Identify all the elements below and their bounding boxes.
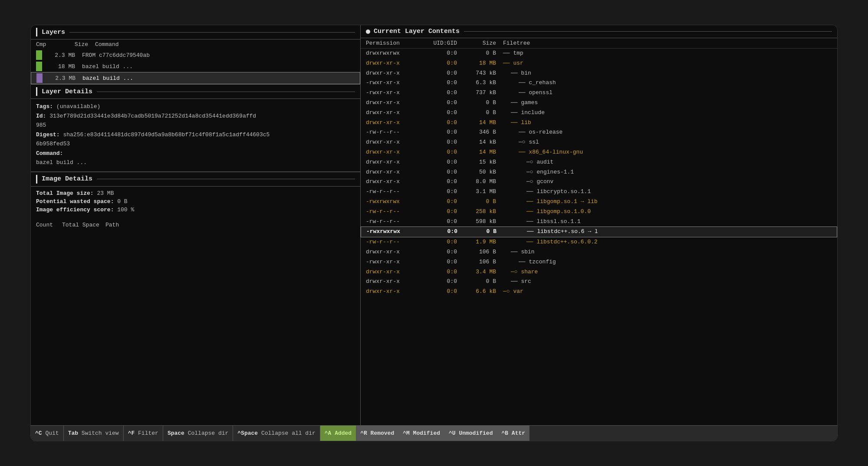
status-quit[interactable]: ^C Quit xyxy=(31,426,64,441)
ftree-9: ─○ ssl xyxy=(519,138,832,147)
perm-11: drwxr-xr-x xyxy=(366,158,418,167)
fsize-3: 6.3 kB xyxy=(457,79,496,88)
file-row-4[interactable]: -rwxr-xr-x0:0737 kB── openssl xyxy=(361,88,837,98)
file-row-14[interactable]: -rw-r--r--0:03.1 MB── libcrypto.so.1.1 xyxy=(361,187,837,197)
file-row-15[interactable]: -rwxrwxrwx0:00 B── libgomp.so.1 → lib xyxy=(361,197,837,207)
perm-13: drwxr-xr-x xyxy=(366,177,418,187)
collapse-dir-label: Collapse dir xyxy=(184,430,228,436)
terminal-window: Layers Cmp Size Command 2.3 MB FROM c77c… xyxy=(30,25,838,441)
uid-9: 0:0 xyxy=(418,138,457,147)
file-row-23[interactable]: drwxr-xr-x0:00 B── src xyxy=(361,277,837,287)
col-cmd-header: Command xyxy=(95,41,355,48)
file-row-9[interactable]: drwxr-xr-x0:014 kB─○ ssl xyxy=(361,138,837,148)
attr-label: ^B Attr xyxy=(501,430,525,436)
command-label-row: Command: xyxy=(36,149,355,158)
perm-17: -rw-r--r-- xyxy=(366,217,418,226)
uid-13: 0:0 xyxy=(418,177,457,187)
perm-24: drwxr-xr-x xyxy=(366,287,418,296)
status-collapse-dir[interactable]: Space Collapse dir xyxy=(163,426,233,441)
file-row-16[interactable]: -rw-r--r--0:0258 kB── libgomp.so.1.0.0 xyxy=(361,207,837,217)
uid-21: 0:0 xyxy=(418,258,457,267)
ftree-5: ── games xyxy=(511,98,832,108)
digest-suffix-row: 6b958fed53 xyxy=(36,140,355,148)
fsize-14: 3.1 MB xyxy=(457,187,496,197)
image-details-header: Image Details xyxy=(31,172,360,187)
ftree-24: ─○ var xyxy=(503,287,832,296)
file-row-24[interactable]: drwxr-xr-x0:06.6 kB─○ var xyxy=(361,287,837,297)
ftree-23: ── src xyxy=(511,277,832,286)
quit-key: ^C xyxy=(35,430,42,436)
status-switch-view[interactable]: Tab Switch view xyxy=(64,426,124,441)
layer-row-0[interactable]: 2.3 MB FROM c77c6ddc79540ab xyxy=(31,49,360,61)
file-row-5[interactable]: drwxr-xr-x0:00 B── games xyxy=(361,98,837,108)
uid-3: 0:0 xyxy=(418,79,457,88)
file-row-6[interactable]: drwxr-xr-x0:00 B── include xyxy=(361,108,837,118)
uid-12: 0:0 xyxy=(418,168,457,177)
layer-size-1: 18 MB xyxy=(45,63,75,70)
tags-label: Tags: xyxy=(36,103,53,110)
file-row-0[interactable]: drwxrwxrwx0:00 B── tmp xyxy=(361,49,837,59)
file-row-21[interactable]: -rwxr-xr-x0:0106 B── tzconfig xyxy=(361,257,837,267)
file-row-12[interactable]: drwxr-xr-x0:050 kB─○ engines-1.1 xyxy=(361,167,837,177)
file-row-1[interactable]: drwxr-xr-x0:018 MB── usr xyxy=(361,59,837,69)
uid-16: 0:0 xyxy=(418,207,457,217)
uid-17: 0:0 xyxy=(418,217,457,226)
layer-color-0 xyxy=(36,50,42,60)
layer-details-section: Layer Details Tags: (unavailable) Id: 31… xyxy=(31,85,360,172)
col-size-header: Size xyxy=(58,41,88,48)
col-filetree-header: Filetree xyxy=(503,40,832,46)
layer-row-2[interactable]: 2.3 MB bazel build ... xyxy=(31,72,360,84)
uid-1: 0:0 xyxy=(418,59,457,68)
fsize-12: 50 kB xyxy=(457,168,496,177)
perm-19: -rw-r--r-- xyxy=(366,238,418,247)
image-details-title: Image Details xyxy=(42,175,92,183)
layer-size-2: 2.3 MB xyxy=(45,75,76,82)
file-row-11[interactable]: drwxr-xr-x0:015 kB─○ audit xyxy=(361,158,837,167)
file-row-22[interactable]: drwxr-xr-x0:03.4 MB─○ share xyxy=(361,267,837,277)
uid-14: 0:0 xyxy=(418,187,457,197)
file-row-20[interactable]: drwxr-xr-x0:0106 B── sbin xyxy=(361,247,837,257)
perm-7: drwxr-xr-x xyxy=(366,118,418,128)
perm-5: drwxr-xr-x xyxy=(366,98,418,108)
layer-row-1[interactable]: 18 MB bazel build ... xyxy=(31,61,360,72)
uid-24: 0:0 xyxy=(418,287,457,296)
file-row-2[interactable]: drwxr-xr-x0:0743 kB── bin xyxy=(361,69,837,79)
collapse-all-label: Collapse all dir xyxy=(258,430,316,436)
layer-cmd-1: bazel build ... xyxy=(82,63,355,70)
layer-color-1 xyxy=(36,62,42,71)
file-row-7[interactable]: drwxr-xr-x0:014 MB── lib xyxy=(361,118,837,128)
collapse-dir-key: Space xyxy=(168,430,184,436)
file-row-3[interactable]: -rwxr-xr-x0:06.3 kB── c_rehash xyxy=(361,78,837,88)
badge-removed: ^R Removed xyxy=(356,426,398,441)
uid-4: 0:0 xyxy=(418,89,457,98)
status-collapse-all[interactable]: ^Space Collapse all dir xyxy=(233,426,320,441)
ftree-6: ── include xyxy=(511,108,832,118)
fsize-15: 0 B xyxy=(457,197,496,207)
status-filter[interactable]: ^F Filter xyxy=(124,426,163,441)
file-row-8[interactable]: -rw-r--r--0:0346 B── os-release xyxy=(361,128,837,138)
file-row-19[interactable]: -rw-r--r--0:01.9 MB── libstdc++.so.6.0.2 xyxy=(361,237,837,247)
total-size-label: Total Image size: xyxy=(36,190,94,197)
efficiency-value: 100 % xyxy=(117,207,134,213)
ftree-10: ── x86_64-linux-gnu xyxy=(519,148,832,157)
perm-21: -rwxr-xr-x xyxy=(366,258,418,267)
file-row-10[interactable]: drwxr-xr-x0:014 MB── x86_64-linux-gnu xyxy=(361,148,837,158)
ftree-14: ── libcrypto.so.1.1 xyxy=(526,187,832,197)
file-row-13[interactable]: drwxr-xr-x0:08.0 MB─○ gconv xyxy=(361,177,837,187)
badge-added: ^A Added xyxy=(320,426,356,441)
uid-20: 0:0 xyxy=(418,248,457,257)
file-row-17[interactable]: -rw-r--r--0:0598 kB── libssl.so.1.1 xyxy=(361,217,837,227)
uid-8: 0:0 xyxy=(418,128,457,137)
file-rows: drwxrwxrwx0:00 B── tmpdrwxr-xr-x0:018 MB… xyxy=(361,49,837,425)
image-details-section: Image Details Total Image size: 23 MB Po… xyxy=(31,172,360,426)
filter-key: ^F xyxy=(128,430,135,436)
ftree-16: ── libgomp.so.1.0.0 xyxy=(526,207,832,217)
digest-row: Digest: sha256:e83d4114481dc897d49d5a9a8… xyxy=(36,131,355,139)
layers-section: Layers Cmp Size Command 2.3 MB FROM c77c… xyxy=(31,25,360,85)
uid-18: 0:0 xyxy=(418,227,457,236)
tags-row: Tags: (unavailable) xyxy=(36,102,355,111)
layer-cmd-0: FROM c77c6ddc79540ab xyxy=(82,52,355,59)
layers-col-headers: Cmp Size Command xyxy=(31,39,360,49)
perm-2: drwxr-xr-x xyxy=(366,69,418,78)
file-row-18[interactable]: -rwxrwxrwx0:00 B── libstdc++.so.6 → l xyxy=(361,226,837,237)
